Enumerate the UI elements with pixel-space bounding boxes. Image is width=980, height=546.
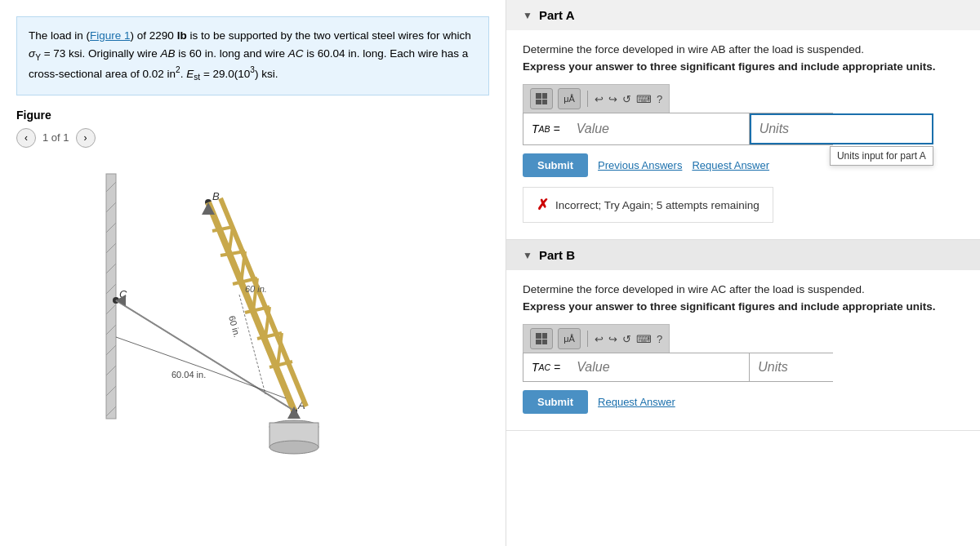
help-icon-a[interactable]: ? — [657, 93, 662, 105]
part-b-body: Determine the force developed in wire AC… — [506, 270, 980, 430]
redo-icon-a[interactable]: ↪ — [608, 93, 617, 105]
matrix-btn-b[interactable] — [530, 328, 553, 349]
part-b-submit-row: Submit Request Answer — [523, 390, 964, 414]
part-b-toolbar: μÅ ↩ ↪ ↺ ⌨ ? — [523, 324, 670, 353]
part-a-error-box: ✗ Incorrect; Try Again; 5 attempts remai… — [523, 187, 773, 223]
help-icon-b[interactable]: ? — [657, 333, 662, 345]
part-a-instruction: Express your answer to three significant… — [523, 60, 964, 73]
next-figure-btn[interactable]: › — [76, 128, 96, 148]
prev-figure-btn[interactable]: ‹ — [16, 128, 36, 148]
part-a-answer-row: TAB = Units input for part A — [523, 113, 833, 145]
svg-line-26 — [241, 251, 245, 284]
part-b-instruction: Express your answer to three significant… — [523, 300, 964, 313]
svg-line-37 — [116, 337, 208, 370]
part-a-body: Determine the force developed in wire AB… — [506, 30, 980, 239]
part-a-toolbar-group: μÅ ↩ ↪ ↺ ⌨ ? TAB = Units input — [523, 84, 964, 145]
toolbar-sep-1 — [587, 91, 588, 107]
mu-btn-b[interactable]: μÅ — [558, 328, 581, 349]
part-a-value-input[interactable] — [568, 113, 750, 144]
figure-nav: ‹ 1 of 1 › — [16, 128, 489, 148]
left-panel: The load in (Figure 1) of 2290 lb is to … — [0, 0, 506, 546]
part-a-units-wrapper: Units input for part A — [750, 113, 933, 144]
undo-icon-a[interactable]: ↩ — [595, 93, 604, 105]
undo-icon-b[interactable]: ↩ — [595, 333, 604, 345]
part-a-collapse-icon: ▼ — [523, 10, 532, 21]
part-b-value-input[interactable] — [568, 353, 750, 381]
figure-link[interactable]: Figure 1 — [90, 29, 131, 42]
part-a-section: ▼ Part A Determine the force developed i… — [506, 0, 980, 240]
part-a-header[interactable]: ▼ Part A — [506, 0, 980, 30]
mu-btn-a[interactable]: μÅ — [558, 88, 581, 109]
refresh-icon-b[interactable]: ↺ — [622, 333, 631, 345]
svg-text:60.04 in.: 60.04 in. — [172, 370, 206, 380]
part-a-units-tooltip: Units input for part A — [830, 146, 933, 166]
part-b-answer-row: TAC = — [523, 353, 833, 382]
part-b-section: ▼ Part B Determine the force developed i… — [506, 240, 980, 431]
part-b-header[interactable]: ▼ Part B — [506, 240, 980, 270]
part-b-label: Part B — [539, 248, 575, 262]
part-b-submit-btn[interactable]: Submit — [523, 390, 588, 414]
svg-text:B: B — [212, 190, 220, 202]
svg-point-41 — [270, 441, 318, 454]
refresh-icon-a[interactable]: ↺ — [622, 93, 631, 105]
part-a-request-answer-link[interactable]: Request Answer — [692, 159, 769, 171]
svg-text:60 in.: 60 in. — [245, 284, 267, 294]
figure-page: 1 of 1 — [42, 131, 69, 144]
part-a-prev-answers-link[interactable]: Previous Answers — [598, 159, 682, 171]
part-a-description: Determine the force developed in wire AB… — [523, 43, 964, 55]
part-b-answer-label: TAC = — [523, 353, 568, 381]
part-a-answer-label: TAB = — [523, 113, 568, 144]
part-a-submit-btn[interactable]: Submit — [523, 153, 588, 177]
part-a-label: Part A — [539, 8, 575, 22]
part-b-collapse-icon: ▼ — [523, 250, 532, 261]
part-a-toolbar: μÅ ↩ ↪ ↺ ⌨ ? — [523, 84, 670, 113]
keyboard-icon-a[interactable]: ⌨ — [636, 93, 652, 105]
part-b-request-answer-link[interactable]: Request Answer — [598, 396, 675, 408]
figure-label: Figure — [16, 109, 489, 122]
part-a-units-input[interactable] — [750, 113, 933, 144]
part-b-description: Determine the force developed in wire AC… — [523, 283, 964, 295]
svg-line-21 — [208, 202, 294, 411]
part-a-error-text: Incorrect; Try Again; 5 attempts remaini… — [555, 199, 760, 211]
matrix-btn-a[interactable] — [530, 88, 553, 109]
svg-line-38 — [208, 370, 286, 398]
figure-container: B C A — [16, 158, 489, 468]
toolbar-sep-2 — [587, 331, 588, 347]
right-panel: ▼ Part A Determine the force developed i… — [506, 0, 980, 546]
svg-text:60 in.: 60 in. — [227, 314, 243, 338]
redo-icon-b[interactable]: ↪ — [608, 333, 617, 345]
part-b-units-input[interactable] — [750, 353, 930, 381]
problem-text-box: The load in (Figure 1) of 2290 lb is to … — [16, 16, 489, 95]
part-b-toolbar-group: μÅ ↩ ↪ ↺ ⌨ ? TAC = — [523, 324, 964, 382]
part-b-units-wrapper — [750, 353, 930, 381]
figure-svg: B C A — [90, 158, 416, 468]
svg-line-24 — [229, 227, 233, 255]
keyboard-icon-b[interactable]: ⌨ — [636, 333, 652, 345]
error-x-icon: ✗ — [537, 196, 549, 214]
